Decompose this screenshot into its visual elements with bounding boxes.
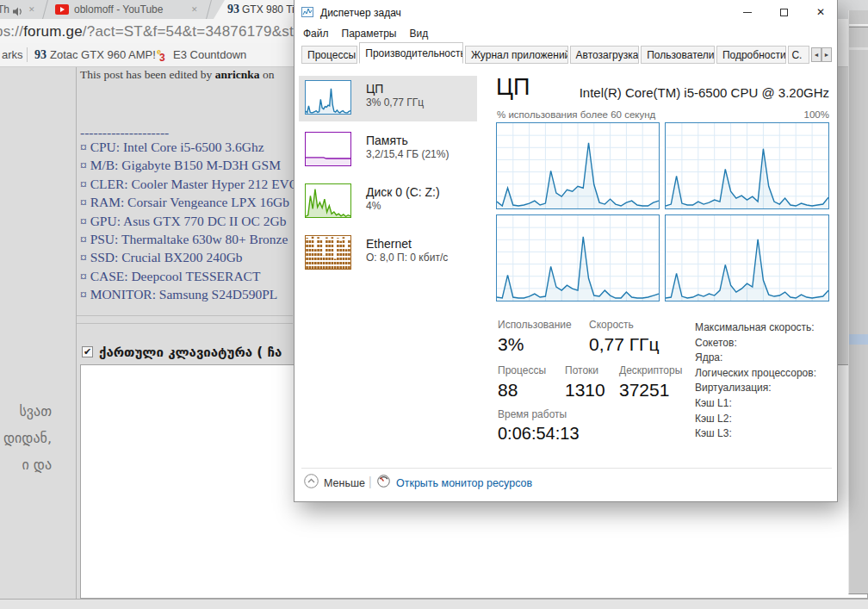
arrow-right-icon: ► [824, 52, 830, 58]
info-virtualization: Виртуализация: [695, 381, 816, 396]
spec-line: ¤ PSU: Thermaltake 630w 80+ Bronze [80, 230, 299, 248]
disk-mini-graph [305, 183, 351, 218]
tab-scroll-left-button[interactable]: ◄ [811, 47, 822, 62]
tab-youtube[interactable]: oblomoff - YouTube [74, 3, 184, 16]
tab-startup[interactable]: Автозагрузка [570, 46, 640, 64]
tab-performance[interactable]: Производительность [359, 42, 463, 64]
sidebar-item-cpu[interactable] [305, 80, 351, 118]
tab-details[interactable]: Подробности [716, 46, 787, 64]
graph-max-label: 100% [497, 109, 829, 120]
processes-label: Процессы [498, 364, 546, 376]
sidebar-disk-detail: 4% [366, 200, 381, 212]
tab-processes[interactable]: Процессы [301, 46, 357, 64]
spec-line: ¤ CASE: Deepcool TESSERACT [80, 267, 299, 285]
post-separator [77, 315, 293, 316]
cpu-graph-core3 [496, 214, 660, 301]
threads-label: Потоки [565, 364, 598, 376]
sidebar-item-memory[interactable] [305, 132, 351, 170]
backwin-line [849, 47, 868, 50]
georgian-keyboard-checkbox[interactable]: ✔ [82, 346, 93, 357]
tab-services-clipped[interactable]: С. [788, 46, 809, 64]
fewer-details-button[interactable]: Меньше [324, 477, 365, 489]
speed-value: 0,77 ГГц [589, 334, 659, 355]
tab-app-history[interactable]: Журнал приложений [465, 46, 568, 64]
cpu-graph-core2 [665, 122, 829, 209]
threads-value: 1310 [565, 380, 605, 401]
info-cache-l1: Кэш L1: [695, 396, 816, 412]
edited-suffix: on [260, 68, 275, 81]
info-sockets: Сокетов: [695, 336, 816, 351]
edited-author: anricnka [215, 68, 260, 81]
bookmark-zotac[interactable]: Zotac GTX 960 AMP! [50, 48, 156, 61]
footer-divider: | [369, 475, 372, 488]
info-cores: Ядра: [695, 351, 816, 366]
sidebar-ethernet-detail: О: 8,0 П: 0 кбит/с [366, 252, 448, 264]
spec-line: ¤ MONITOR: Samsung S24D590PL [80, 285, 299, 303]
close-icon: ✕ [816, 6, 825, 18]
georgian-line: ი და [0, 451, 52, 478]
url-domain: forum.ge [23, 23, 83, 40]
bookmarks-divider [27, 47, 28, 62]
info-logical-processors: Логических процессоров: [695, 366, 816, 382]
menu-view[interactable]: Вид [409, 28, 428, 40]
svg-text:3: 3 [159, 52, 165, 62]
ethernet-mini-graph [305, 235, 351, 270]
maximize-icon [780, 9, 788, 16]
menu-file[interactable]: Файл [303, 28, 329, 40]
window-title: Диспетчер задач [320, 7, 401, 19]
spec-line: ¤ CLER: Cooler Master Hyper 212 EVO [80, 175, 299, 193]
backwin-highlight [849, 334, 868, 345]
sidebar-memory-name: Память [366, 134, 408, 147]
tab1-close-icon[interactable]: ✕ [28, 3, 35, 16]
cpu-full-name: Intel(R) Core(TM) i5-6500 CPU @ 3.20GHz [496, 85, 829, 100]
georgian-line: სვათ [0, 398, 52, 425]
bookmark-e3[interactable]: E3 Countdown [173, 48, 246, 61]
georgian-keyboard-label: ქართული კლავიატურა ( ჩა [99, 345, 294, 360]
background-window-edge [848, 10, 868, 594]
url-path: /?act=ST&f=54&t=34876179&st=0 [83, 23, 311, 40]
tm-tab-strip: Процессы Производительность Журнал прило… [301, 46, 832, 64]
usage-value: 3% [498, 334, 524, 355]
sidebar-memory-detail: 3,2/15,4 ГБ (21%) [366, 148, 449, 160]
tab2-close-icon[interactable]: ✕ [191, 3, 198, 16]
cpu-graph-core4 [665, 214, 829, 301]
arrow-left-icon: ◄ [813, 52, 819, 58]
tab-partial-label[interactable]: Th [0, 3, 9, 16]
collapse-icon [304, 474, 319, 492]
handles-label: Дескрипторы [619, 364, 682, 376]
sidebar-cpu-detail: 3% 0,77 ГГц [366, 96, 424, 109]
cpu-graph-core1 [496, 122, 660, 209]
usage-label: Использование [498, 319, 572, 331]
menu-options[interactable]: Параметры [342, 28, 397, 40]
forum-ge-favicon: 93 [227, 3, 239, 16]
uptime-value: 0:06:54:13 [498, 424, 580, 444]
memory-mini-graph [305, 132, 351, 166]
sidebar-item-disk[interactable] [305, 183, 351, 221]
maximize-button[interactable] [766, 0, 801, 24]
tab-users[interactable]: Пользователи [641, 46, 715, 64]
zotac-favicon: 93 [34, 49, 46, 61]
page-bottom-strip [0, 599, 868, 609]
task-manager-icon [301, 6, 313, 22]
edited-prefix: This post has been edited by [80, 68, 215, 81]
info-cache-l2: Кэш L2: [695, 412, 816, 427]
processes-value: 88 [498, 380, 518, 401]
post-edited-line: This post has been edited by anricnka on [80, 68, 274, 82]
youtube-icon [55, 4, 69, 15]
url-text: ps://forum.ge/?act=ST&f=54&t=34876179&st… [0, 23, 311, 40]
tm-menu-bar: Файл Параметры Вид [303, 28, 441, 40]
screen: Th ✕ oblomoff - YouTube ✕ 93 GTX 980 Ti … [0, 0, 868, 609]
sidebar-item-ethernet[interactable] [305, 235, 351, 273]
close-button[interactable]: ✕ [803, 0, 839, 24]
open-resource-monitor-link[interactable]: Открыть монитор ресурсов [396, 477, 532, 489]
spec-line: ¤ GPU: Asus GTX 770 DC II OC 2Gb [80, 212, 299, 230]
post-separator [77, 323, 293, 324]
sidebar-disk-name: Диск 0 (C: Z:) [366, 185, 440, 199]
georgian-line: დიდან, [0, 425, 52, 451]
sidebar-ethernet-name: Ethernet [366, 237, 412, 251]
uptime-label: Время работы [498, 408, 567, 420]
tab-active-label: GTX 980 Ti - [242, 3, 301, 16]
tm-title-bar[interactable]: Диспетчер задач ✕ [294, 0, 837, 24]
minimize-button[interactable] [730, 0, 765, 24]
tab-scroll-right-button[interactable]: ► [822, 47, 832, 62]
